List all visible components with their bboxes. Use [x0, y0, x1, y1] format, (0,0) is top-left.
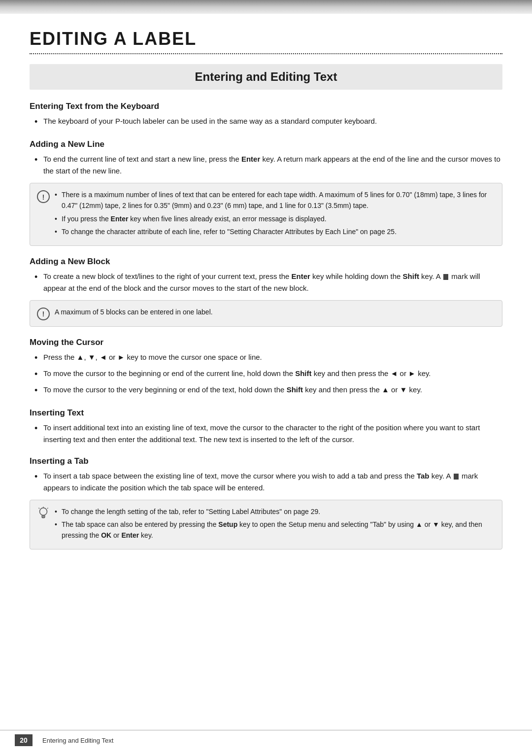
tip-bullet-symbol: • [55, 506, 62, 517]
or-text-1: or [109, 353, 115, 361]
note-bullet-symbol: • [55, 226, 62, 237]
note-text-3: To change the character attribute of eac… [62, 226, 397, 237]
subsection-header-adding-new-line: Adding a New Line [30, 139, 502, 149]
svg-point-0 [40, 508, 47, 515]
svg-line-5 [47, 508, 48, 509]
note-text-2: If you press the Enter key when five lin… [62, 213, 327, 224]
bullet-item: • To end the current line of text and st… [30, 153, 502, 177]
bullet-text: To insert additional text into an existi… [43, 422, 502, 446]
subsection-header-moving-cursor: Moving the Cursor [30, 338, 502, 347]
bullet-item: • The keyboard of your P-touch labeler c… [30, 115, 502, 129]
warning-icon: ! [37, 190, 50, 203]
note-text-1: A maximum of 5 blocks can be entered in … [55, 307, 213, 317]
bullet-item-2: • To move the cursor to the beginning or… [30, 368, 502, 381]
note-bullet-symbol: • [55, 189, 62, 200]
bullet-symbol: • [34, 271, 43, 284]
note-box-new-line: ! • There is a maximum number of lines o… [30, 183, 502, 246]
warning-icon: ! [37, 308, 50, 320]
tip-box-tab: • To change the length setting of the ta… [30, 500, 502, 550]
section-title: Entering and Editing Text [39, 70, 493, 84]
bullet-symbol: • [34, 351, 43, 365]
chapter-title: EDITING A LABEL [30, 29, 502, 49]
lightbulb-svg [38, 507, 49, 520]
content-wrapper: EDITING A LABEL Entering and Editing Tex… [0, 14, 532, 590]
note-content: A maximum of 5 blocks can be entered in … [55, 307, 213, 319]
bullet-text: The keyboard of your P-touch labeler can… [43, 115, 377, 127]
bullet-text: To move the cursor to the beginning or e… [43, 368, 431, 379]
bullet-text: To insert a tab space between the existi… [43, 470, 502, 494]
subsection-header-inserting-tab: Inserting a Tab [30, 456, 502, 466]
bullet-item-3: • To move the cursor to the very beginni… [30, 384, 502, 397]
bullet-text: To end the current line of text and star… [43, 153, 502, 177]
section-inserting-tab: Inserting a Tab • To insert a tab space … [30, 456, 502, 550]
bullet-item: • To insert additional text into an exis… [30, 422, 502, 446]
note-bullet-symbol: • [55, 213, 62, 224]
tip-bullet-1: • To change the length setting of the ta… [55, 506, 494, 517]
tip-bullet-symbol: • [55, 519, 62, 530]
section-inserting-text: Inserting Text • To insert additional te… [30, 408, 502, 446]
bullet-text: To create a new block of text/lines to t… [43, 271, 502, 294]
tip-icon [37, 507, 50, 520]
note-bullet-1: • There is a maximum number of lines of … [55, 189, 494, 211]
page-number: 20 [15, 734, 33, 746]
bullet-item: • To create a new block of text/lines to… [30, 271, 502, 294]
svg-line-4 [39, 508, 40, 509]
note-box-new-block: ! A maximum of 5 blocks can be entered i… [30, 300, 502, 327]
tip-content: • To change the length setting of the ta… [55, 506, 494, 543]
bullet-symbol: • [34, 115, 43, 129]
or-text-2: or [400, 369, 406, 378]
bullet-symbol: • [34, 153, 43, 167]
section-moving-cursor: Moving the Cursor • Press the ▲, ▼, ◄ or… [30, 338, 502, 397]
bullet-symbol: • [34, 470, 43, 483]
note-content: • There is a maximum number of lines of … [55, 189, 494, 240]
page-footer: 20 Entering and Editing Text [0, 730, 532, 746]
note-text-1: There is a maximum number of lines of te… [62, 189, 494, 211]
bullet-text: To move the cursor to the very beginning… [43, 384, 422, 396]
dotted-separator [30, 53, 502, 54]
subsection-header-inserting-text: Inserting Text [30, 408, 502, 418]
section-adding-new-line: Adding a New Line • To end the current l… [30, 139, 502, 246]
section-entering-text: Entering Text from the Keyboard • The ke… [30, 102, 502, 129]
subsection-header-adding-new-block: Adding a New Block [30, 257, 502, 267]
note-bullet-3: • To change the character attribute of e… [55, 226, 494, 237]
bullet-item-1: • Press the ▲, ▼, ◄ or ► key to move the… [30, 351, 502, 365]
bullet-item: • To insert a tab space between the exis… [30, 470, 502, 494]
top-bar [0, 0, 532, 14]
tab-mark [454, 474, 459, 480]
tip-text-2: The tab space can also be entered by pre… [62, 519, 494, 541]
block-mark [443, 274, 448, 280]
tip-text-1: To change the length setting of the tab,… [62, 506, 320, 517]
bullet-symbol: • [34, 384, 43, 397]
footer-text: Entering and Editing Text [42, 737, 113, 744]
bullet-symbol: • [34, 368, 43, 381]
bullet-symbol: • [34, 422, 43, 435]
note-bullet-1: A maximum of 5 blocks can be entered in … [55, 307, 213, 317]
bullet-text: Press the ▲, ▼, ◄ or ► key to move the c… [43, 351, 262, 363]
section-title-box: Entering and Editing Text [30, 64, 502, 90]
subsection-header-entering-text: Entering Text from the Keyboard [30, 102, 502, 111]
note-bullet-2: • If you press the Enter key when five l… [55, 213, 494, 224]
tip-bullet-2: • The tab space can also be entered by p… [55, 519, 494, 541]
section-adding-new-block: Adding a New Block • To create a new blo… [30, 257, 502, 327]
